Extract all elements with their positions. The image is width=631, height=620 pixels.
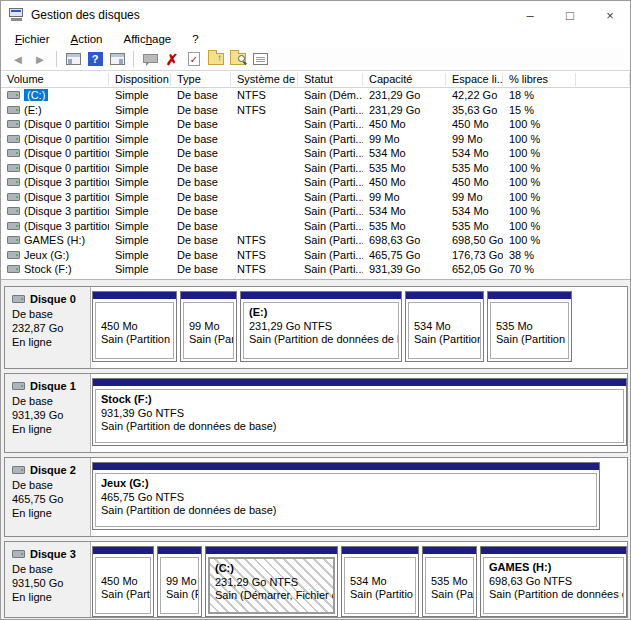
- partition[interactable]: 534 MoSain (Partition d: [405, 291, 484, 362]
- disk-icon: [12, 466, 25, 474]
- table-row[interactable]: (Disque 3 partition... Simple De base Sa…: [1, 204, 630, 219]
- title-bar: Gestion des disques – □ ×: [1, 1, 630, 29]
- volume-icon: [7, 193, 20, 201]
- volume-list: Volume Disposition Type Système de ... S…: [1, 71, 630, 280]
- partition[interactable]: 99 MoSain (Partit: [180, 291, 237, 362]
- partition[interactable]: 99 MoSain (Par: [157, 546, 202, 617]
- volume-icon: [7, 178, 20, 186]
- volume-icon: [7, 164, 20, 172]
- toolbar-separator: [56, 51, 57, 67]
- menu-affichage[interactable]: Affichage: [118, 32, 176, 46]
- menu-help[interactable]: ?: [187, 32, 203, 46]
- volume-icon: [7, 106, 20, 114]
- partition[interactable]: GAMES (H:)698,63 Go NTFSSain (Partition …: [480, 546, 627, 617]
- partition[interactable]: 535 MoSain (Partitio: [422, 546, 477, 617]
- col-type[interactable]: Type: [171, 73, 231, 86]
- partition-color-bar: [93, 463, 599, 471]
- partition[interactable]: 534 MoSain (Partitio: [341, 546, 419, 617]
- partition-color-bar: [206, 547, 337, 555]
- disk-panel-3[interactable]: Disque 3 De base 931,50 Go En ligne: [5, 542, 91, 617]
- disk-panel-1[interactable]: Disque 1 De base 931,39 Go En ligne: [5, 374, 91, 452]
- disk-panel-0[interactable]: Disque 0 De base 232,87 Go En ligne: [5, 287, 91, 368]
- table-row[interactable]: (C:) Simple De base NTFS Sain (Dém... 23…: [1, 88, 630, 103]
- volume-icon: [7, 222, 20, 230]
- table-row[interactable]: (Disque 0 partition... Simple De base Sa…: [1, 146, 630, 161]
- back-icon[interactable]: ◄: [8, 50, 28, 68]
- partition[interactable]: 535 MoSain (Partition de: [487, 291, 572, 362]
- delete-volume-icon[interactable]: ✗: [162, 50, 182, 68]
- properties-list-icon[interactable]: [250, 50, 270, 68]
- col-capacite[interactable]: Capacité: [363, 73, 446, 86]
- disk-graph-area: Disque 0 De base 232,87 Go En ligne 450 …: [1, 280, 630, 620]
- col-filler: [576, 73, 630, 86]
- toolbar: ◄ ► ? ✗ ✓ ↑: [1, 48, 630, 71]
- minimize-button[interactable]: –: [510, 1, 550, 29]
- volume-icon: [7, 120, 20, 128]
- table-row[interactable]: (Disque 3 partition... Simple De base Sa…: [1, 190, 630, 205]
- partition[interactable]: Jeux (G:)465,75 Go NTFSSain (Partition d…: [92, 462, 600, 530]
- menu-bar: Fichier Action Affichage ?: [1, 29, 630, 48]
- table-row[interactable]: (Disque 3 partition... Simple De base Sa…: [1, 175, 630, 190]
- partition-color-bar: [93, 379, 626, 387]
- col-volume[interactable]: Volume: [1, 73, 109, 86]
- col-disposition[interactable]: Disposition: [109, 73, 171, 86]
- partition-color-bar: [93, 547, 153, 555]
- app-icon: [9, 8, 25, 22]
- col-pct-libres[interactable]: % libres: [503, 73, 576, 86]
- partition[interactable]: 450 MoSain (Partition c: [92, 291, 177, 362]
- volume-icon: [7, 91, 20, 99]
- console-tree-icon[interactable]: [63, 50, 83, 68]
- volume-icon: [7, 135, 20, 143]
- partition-color-bar: [342, 547, 418, 555]
- folder-explore-icon[interactable]: [228, 50, 248, 68]
- help-icon[interactable]: ?: [85, 50, 105, 68]
- disk-panel-2[interactable]: Disque 2 De base 465,75 Go En ligne: [5, 458, 91, 536]
- volume-icon: [7, 236, 20, 244]
- partition[interactable]: (E:)231,29 Go NTFSSain (Partition de don…: [240, 291, 402, 362]
- disk-icon: [12, 550, 25, 558]
- table-row[interactable]: (E:) Simple De base NTFS Sain (Parti... …: [1, 103, 630, 118]
- partition-color-bar: [481, 547, 626, 555]
- disk-row-3: Disque 3 De base 931,50 Go En ligne 450 …: [4, 541, 628, 618]
- partition[interactable]: 450 MoSain (Partitio: [92, 546, 154, 617]
- volume-icon: [7, 149, 20, 157]
- table-row[interactable]: (Disque 0 partition... Simple De base Sa…: [1, 132, 630, 147]
- col-systeme[interactable]: Système de ...: [231, 73, 298, 86]
- table-row[interactable]: (Disque 3 partition... Simple De base Sa…: [1, 219, 630, 234]
- table-row[interactable]: Jeux (G:) Simple De base NTFS Sain (Part…: [1, 248, 630, 263]
- disk-management-window: Gestion des disques – □ × Fichier Action…: [0, 0, 631, 620]
- table-row[interactable]: (Disque 0 partition... Simple De base Sa…: [1, 161, 630, 176]
- toolbar-separator: [133, 51, 134, 67]
- partition-color-bar: [93, 292, 176, 300]
- disk-row-1: Disque 1 De base 931,39 Go En ligne Stoc…: [4, 373, 628, 453]
- volume-icon: [7, 265, 20, 273]
- partition-selected[interactable]: (C:)231,29 Go NTFSSain (Démarrer, Fichie…: [205, 546, 338, 617]
- menu-fichier[interactable]: Fichier: [10, 32, 55, 46]
- close-button[interactable]: ×: [590, 1, 630, 29]
- volume-list-header: Volume Disposition Type Système de ... S…: [1, 71, 630, 88]
- menu-action[interactable]: Action: [66, 32, 108, 46]
- partition-color-bar: [406, 292, 483, 300]
- partition-color-bar: [423, 547, 476, 555]
- table-row[interactable]: GAMES (H:) Simple De base NTFS Sain (Par…: [1, 233, 630, 248]
- partition-color-bar: [181, 292, 236, 300]
- folder-open-icon[interactable]: ↑: [206, 50, 226, 68]
- action-pane-icon[interactable]: [107, 50, 127, 68]
- maximize-button[interactable]: □: [550, 1, 590, 29]
- check-document-icon[interactable]: ✓: [184, 50, 204, 68]
- disk-row-0: Disque 0 De base 232,87 Go En ligne 450 …: [4, 286, 628, 369]
- partition-color-bar: [488, 292, 571, 300]
- popup-window-icon[interactable]: [140, 50, 160, 68]
- partition-color-bar: [241, 292, 401, 300]
- disk-icon: [12, 382, 25, 390]
- table-row[interactable]: Stock (F:) Simple De base NTFS Sain (Par…: [1, 262, 630, 277]
- col-statut[interactable]: Statut: [298, 73, 363, 86]
- disk-icon: [12, 295, 25, 303]
- forward-icon[interactable]: ►: [30, 50, 50, 68]
- volume-icon: [7, 207, 20, 215]
- window-title: Gestion des disques: [31, 8, 140, 22]
- partition-color-bar: [158, 547, 201, 555]
- col-espace-libre[interactable]: Espace li...: [446, 73, 503, 86]
- partition[interactable]: Stock (F:)931,39 Go NTFSSain (Partition …: [92, 378, 627, 446]
- table-row[interactable]: (Disque 0 partition... Simple De base Sa…: [1, 117, 630, 132]
